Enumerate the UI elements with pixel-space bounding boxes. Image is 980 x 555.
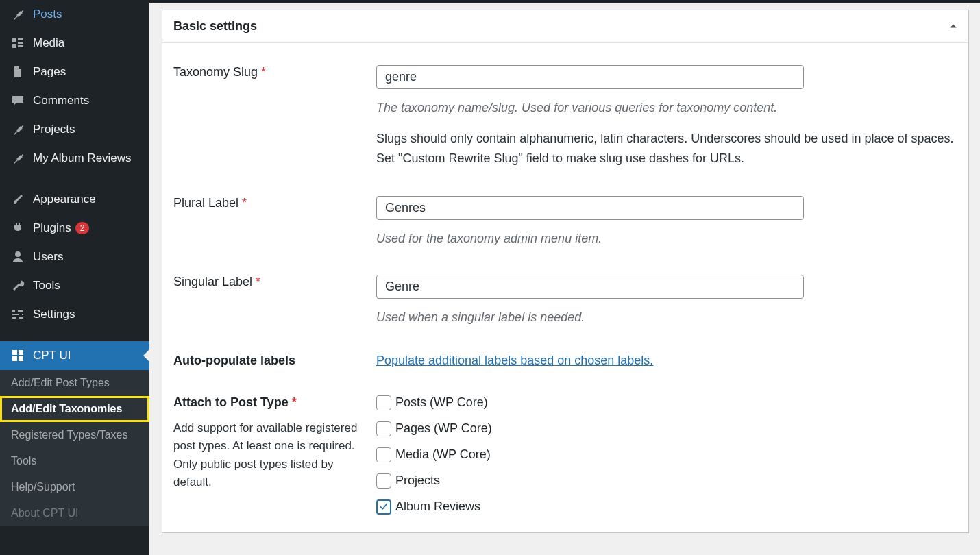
grid-icon xyxy=(8,348,27,363)
menu-plugins[interactable]: Plugins 2 xyxy=(0,214,149,243)
checkbox-row-album-reviews: Album Reviews xyxy=(376,500,957,515)
plural-label-input[interactable] xyxy=(376,196,804,220)
singular-label-label: Singular Label xyxy=(173,275,252,288)
singular-label-desc: Used when a singular label is needed. xyxy=(376,308,957,326)
menu-label: Users xyxy=(33,250,63,264)
menu-label: Pages xyxy=(33,65,66,79)
checkbox-row-posts: Posts (WP Core) xyxy=(376,395,957,410)
checkbox-label: Pages (WP Core) xyxy=(395,421,492,436)
menu-comments[interactable]: Comments xyxy=(0,86,149,115)
wrench-icon xyxy=(8,278,27,293)
menu-tools[interactable]: Tools xyxy=(0,271,149,300)
menu-label: Settings xyxy=(33,308,75,321)
checkbox-media[interactable] xyxy=(376,447,391,463)
taxonomy-slug-desc2: Slugs should only contain alphanumeric, … xyxy=(376,129,957,169)
brush-icon xyxy=(8,192,27,207)
sliders-icon xyxy=(8,307,27,322)
menu-settings[interactable]: Settings xyxy=(0,300,149,329)
collapse-toggle-icon[interactable] xyxy=(949,19,957,34)
plural-label-label: Plural Label xyxy=(173,196,238,210)
badge-count: 2 xyxy=(75,222,90,234)
checkbox-projects[interactable] xyxy=(376,473,391,489)
checkbox-pages[interactable] xyxy=(376,421,391,436)
comment-icon xyxy=(8,93,27,108)
menu-label: Comments xyxy=(33,94,89,108)
submenu-registered-types[interactable]: Registered Types/Taxes xyxy=(0,422,149,448)
menu-label: Tools xyxy=(33,279,60,293)
checkbox-label: Album Reviews xyxy=(395,500,480,514)
checkbox-row-media: Media (WP Core) xyxy=(376,447,957,463)
submenu-tools[interactable]: Tools xyxy=(0,448,149,474)
checkbox-posts[interactable] xyxy=(376,395,391,410)
menu-posts[interactable]: Posts xyxy=(0,0,149,29)
menu-media[interactable]: Media xyxy=(0,29,149,58)
menu-label: Posts xyxy=(33,8,62,21)
checkbox-label: Posts (WP Core) xyxy=(395,395,488,410)
checkbox-row-projects: Projects xyxy=(376,473,957,489)
admin-sidebar: Posts Media Pages Comments Projects My A… xyxy=(0,0,149,555)
submenu-about[interactable]: About CPT UI xyxy=(0,500,149,526)
menu-projects[interactable]: Projects xyxy=(0,115,149,144)
submenu-add-edit-taxonomies[interactable]: Add/Edit Taxonomies xyxy=(0,396,149,422)
pin-icon xyxy=(8,151,27,166)
menu-appearance[interactable]: Appearance xyxy=(0,185,149,214)
singular-label-input[interactable] xyxy=(376,275,804,299)
panel-title: Basic settings xyxy=(173,19,257,34)
submenu-add-edit-post-types[interactable]: Add/Edit Post Types xyxy=(0,370,149,396)
user-icon xyxy=(8,249,27,264)
attach-help: Add support for available registered pos… xyxy=(173,419,363,491)
menu-label: Appearance xyxy=(33,193,96,206)
menu-users[interactable]: Users xyxy=(0,243,149,271)
checkbox-row-pages: Pages (WP Core) xyxy=(376,421,957,436)
auto-populate-label: Auto-populate labels xyxy=(173,354,295,367)
menu-pages[interactable]: Pages xyxy=(0,58,149,86)
pin-icon xyxy=(8,122,27,137)
checkbox-label: Media (WP Core) xyxy=(395,447,491,462)
checkbox-album-reviews[interactable] xyxy=(376,500,391,515)
menu-label: Media xyxy=(33,36,64,50)
required-mark: * xyxy=(292,395,297,409)
menu-label: My Album Reviews xyxy=(33,151,132,165)
required-mark: * xyxy=(261,65,266,79)
taxonomy-slug-input[interactable] xyxy=(376,65,804,89)
attach-label: Attach to Post Type xyxy=(173,395,289,409)
populate-labels-link[interactable]: Populate additional labels based on chos… xyxy=(376,354,653,367)
basic-settings-panel: Basic settings Taxonomy Slug * The taxon… xyxy=(162,10,969,533)
plural-label-desc: Used for the taxonomy admin menu item. xyxy=(376,230,957,247)
menu-label: Plugins xyxy=(33,221,71,235)
submenu-help-support[interactable]: Help/Support xyxy=(0,474,149,500)
pages-icon xyxy=(8,64,27,79)
pin-icon xyxy=(8,7,27,22)
required-mark: * xyxy=(256,275,260,288)
taxonomy-slug-label: Taxonomy Slug xyxy=(173,65,258,79)
menu-cpt-ui[interactable]: CPT UI xyxy=(0,341,149,370)
menu-label: Projects xyxy=(33,123,75,136)
required-mark: * xyxy=(242,196,247,210)
cpt-ui-submenu: Add/Edit Post Types Add/Edit Taxonomies … xyxy=(0,370,149,526)
main-content: Basic settings Taxonomy Slug * The taxon… xyxy=(149,0,980,555)
taxonomy-slug-desc: The taxonomy name/slug. Used for various… xyxy=(376,99,957,116)
menu-album-reviews[interactable]: My Album Reviews xyxy=(0,144,149,173)
checkbox-label: Projects xyxy=(395,473,440,488)
media-icon xyxy=(8,36,27,51)
menu-label: CPT UI xyxy=(33,349,71,362)
plug-icon xyxy=(8,221,27,236)
